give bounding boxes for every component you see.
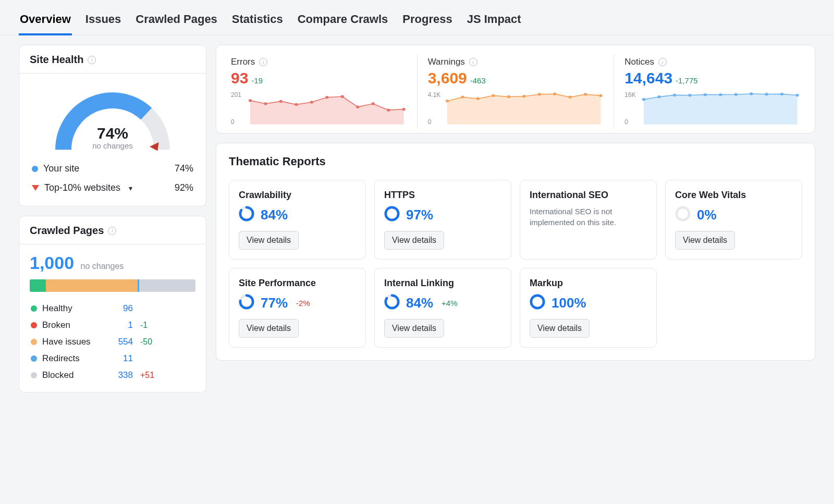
svg-point-23: [658, 95, 661, 98]
svg-point-44: [531, 296, 544, 308]
view-details-button[interactable]: View details: [239, 231, 299, 250]
view-details-button[interactable]: View details: [384, 231, 444, 250]
info-icon[interactable]: i: [88, 56, 96, 64]
svg-point-25: [689, 94, 692, 96]
triangle-down-icon: [32, 185, 39, 191]
info-icon[interactable]: i: [469, 58, 477, 66]
view-details-button[interactable]: View details: [530, 319, 590, 338]
report-title: Crawlability: [239, 190, 356, 201]
report-title: International SEO: [530, 190, 647, 201]
tab-crawled-pages[interactable]: Crawled Pages: [134, 9, 218, 35]
metrics-card: Errorsi 93-19 201 0 Warningsi 3,609-463 …: [216, 45, 815, 133]
metric-errors[interactable]: Errorsi 93-19 201 0: [220, 55, 418, 129]
svg-point-21: [599, 94, 602, 97]
metric-label: Errors: [231, 57, 255, 67]
report-title: HTTPS: [384, 190, 501, 201]
report-delta: -2%: [296, 299, 310, 308]
tab-statistics[interactable]: Statistics: [231, 9, 284, 35]
sparkline: 16K 0: [624, 90, 800, 127]
svg-point-37: [677, 207, 689, 220]
bar-seg-have-issues[interactable]: [46, 279, 138, 292]
svg-point-30: [765, 93, 768, 95]
y-min: 0: [428, 118, 432, 126]
crawled-row-value: 1: [110, 320, 133, 330]
thematic-card: Thematic Reports Crawlability 84% View d…: [216, 143, 815, 361]
metric-label: Warnings: [428, 57, 465, 67]
y-min: 0: [231, 118, 235, 126]
svg-point-8: [372, 102, 375, 105]
svg-point-17: [537, 93, 541, 95]
svg-point-20: [584, 93, 587, 95]
tab-compare-crawls[interactable]: Compare Crawls: [297, 9, 389, 35]
view-details-button[interactable]: View details: [239, 319, 299, 338]
chevron-down-icon: ▾: [129, 184, 132, 192]
crawled-pages-title: Crawled Pages: [30, 225, 104, 237]
crawled-total: 1,000: [30, 253, 74, 273]
svg-point-12: [461, 96, 464, 99]
crawled-row-label: Blocked: [42, 370, 105, 380]
bar-seg-healthy[interactable]: [30, 279, 46, 292]
metric-label: Notices: [624, 57, 654, 67]
crawled-row-blocked[interactable]: Blocked 338 +51: [30, 367, 195, 384]
dot-icon: [32, 166, 38, 172]
crawled-row-redirects[interactable]: Redirects 11: [30, 350, 195, 367]
ring-icon: [675, 206, 691, 224]
svg-point-24: [673, 94, 676, 96]
tab-overview[interactable]: Overview: [19, 9, 72, 35]
crawled-row-healthy[interactable]: Healthy 96: [30, 300, 195, 317]
site-health-title: Site Health: [30, 54, 83, 66]
dot-icon: [31, 355, 37, 362]
svg-point-19: [568, 96, 571, 99]
crawled-stacked-bar: [30, 279, 195, 292]
legend-top10[interactable]: Top-10% websites▾ 92%: [30, 178, 195, 198]
crawled-row-delta: +51: [140, 371, 154, 380]
crawled-row-delta: -50: [140, 337, 152, 347]
metric-value: 93: [231, 69, 248, 87]
svg-point-7: [356, 105, 359, 108]
crawled-pages-card: Crawled Pages i 1,000 no changes Healthy…: [19, 216, 206, 392]
svg-point-22: [642, 98, 645, 101]
report-pct: 77%: [261, 295, 288, 311]
svg-point-1: [264, 102, 267, 105]
site-health-gauge: 74% no changes: [50, 88, 175, 156]
tab-progress[interactable]: Progress: [401, 9, 453, 35]
report-title: Core Web Vitals: [675, 190, 792, 201]
svg-point-6: [341, 95, 344, 98]
report-title: Markup: [530, 278, 647, 289]
info-icon[interactable]: i: [108, 227, 116, 235]
crawled-row-value: 338: [110, 370, 133, 380]
svg-point-32: [796, 94, 799, 96]
metric-notices[interactable]: Noticesi 14,643-1,775 16K 0: [614, 55, 811, 129]
tabs: OverviewIssuesCrawled PagesStatisticsCom…: [0, 0, 834, 35]
report-pct: 100%: [551, 295, 586, 311]
view-details-button[interactable]: View details: [384, 319, 444, 338]
ring-icon: [384, 206, 400, 224]
bar-seg-blocked[interactable]: [139, 279, 195, 292]
tab-issues[interactable]: Issues: [84, 9, 122, 35]
gauge-value: 74%: [50, 125, 175, 142]
report-pct: 97%: [406, 207, 433, 223]
svg-point-18: [553, 93, 556, 95]
crawled-row-broken[interactable]: Broken 1 -1: [30, 317, 195, 334]
svg-point-3: [295, 103, 298, 106]
metric-delta: -463: [470, 76, 486, 85]
svg-point-11: [446, 100, 449, 102]
thematic-title: Thematic Reports: [216, 143, 815, 171]
svg-point-42: [386, 296, 398, 308]
metric-warnings[interactable]: Warningsi 3,609-463 4.1K 0: [418, 55, 615, 129]
y-max: 4.1K: [428, 91, 441, 99]
y-max: 16K: [624, 91, 635, 99]
svg-point-5: [325, 96, 328, 99]
info-icon[interactable]: i: [658, 58, 667, 66]
svg-point-36: [386, 207, 398, 220]
view-details-button[interactable]: View details: [675, 231, 735, 250]
crawled-row-value: 554: [110, 337, 133, 347]
crawled-row-have-issues[interactable]: Have issues 554 -50: [30, 334, 195, 350]
report-note: International SEO is not implemented on …: [530, 206, 647, 228]
info-icon[interactable]: i: [259, 58, 267, 66]
report-title: Internal Linking: [384, 278, 501, 289]
svg-point-31: [780, 93, 783, 95]
tab-js-impact[interactable]: JS Impact: [466, 9, 522, 35]
crawled-nochg: no changes: [81, 262, 124, 271]
ring-icon: [239, 294, 254, 312]
